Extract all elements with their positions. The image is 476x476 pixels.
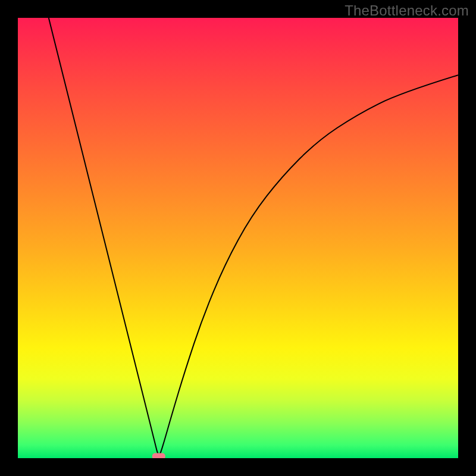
watermark-text: TheBottleneck.com [345,2,469,19]
plot-area [18,18,458,458]
chart-frame: TheBottleneck.com [0,0,476,476]
bottleneck-curve-svg [18,18,458,458]
minimum-marker [152,453,165,459]
bottleneck-curve [49,18,458,455]
